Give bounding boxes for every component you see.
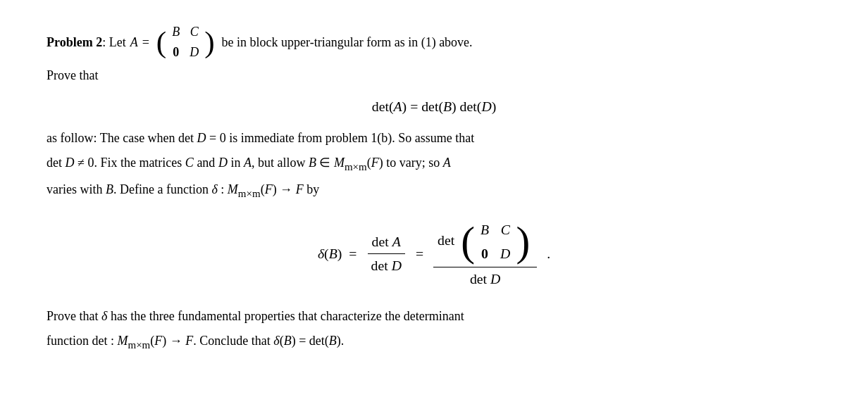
matrix-A-expr: ( B C 0 D ) <box>156 21 215 63</box>
body-text-3: varies with B. Define a function δ : Mm×… <box>46 182 319 196</box>
cell-D: D <box>190 43 199 62</box>
right-paren: ) <box>204 27 214 57</box>
delta-formula: δ(B) = det A det D = det ( B C 0 <box>318 218 550 290</box>
frac-num-detA: det A <box>368 232 405 255</box>
det-formula-text: det(A) = det(B) det(D) <box>372 99 497 114</box>
frac-detA-detD: det A det D <box>367 232 406 277</box>
frac-den-detD: det D <box>367 254 406 277</box>
conclude-paragraph-1: Prove that δ has the three fundamental p… <box>46 307 822 326</box>
block-desc: be in block upper-triangular form as in … <box>222 33 473 52</box>
body-text-2: det D ≠ 0. Fix the matrices C and D in A… <box>46 156 451 170</box>
det-formula-display: det(A) = det(B) det(D) <box>46 96 822 118</box>
problem-header: Problem 2: Let A = ( B C 0 D ) be in blo… <box>46 21 822 63</box>
cell-C: C <box>190 23 199 42</box>
body-text-1a: as follow: The case when det D = 0 is im… <box>46 131 474 145</box>
delta-B-label: δ(B) <box>318 244 342 265</box>
matrix-frac-expr: ( B C 0 D ) <box>461 218 530 265</box>
frac-cell-C: C <box>500 220 510 241</box>
frac-detmatrix-detD: det ( B C 0 D ) det D <box>433 218 537 290</box>
body-paragraph-3: varies with B. Define a function δ : Mm×… <box>46 180 822 201</box>
body-paragraph-1: as follow: The case when det D = 0 is im… <box>46 129 822 148</box>
frac-cell-D: D <box>500 244 510 265</box>
large-left-paren: ( <box>461 224 475 259</box>
conclude-text-2: function det : Mm×m(F) → F. Conclude tha… <box>46 334 344 348</box>
left-paren: ( <box>156 27 166 57</box>
large-right-paren: ) <box>516 224 530 259</box>
matrix-A-grid: B C 0 D <box>169 21 202 63</box>
equals1: = <box>349 244 356 265</box>
A-variable: A <box>130 33 138 52</box>
body-paragraph-2: det D ≠ 0. Fix the matrices C and D in A… <box>46 153 822 175</box>
delta-formula-block: δ(B) = det A det D = det ( B C 0 <box>46 218 822 290</box>
problem-number: Problem 2: Let <box>46 33 126 52</box>
page-content: Problem 2: Let A = ( B C 0 D ) be in blo… <box>46 21 822 358</box>
conclude-text-1: Prove that δ has the three fundamental p… <box>46 309 464 323</box>
prove-that-text: Prove that <box>46 68 99 82</box>
equals-sign: = <box>142 33 149 52</box>
prove-that-line: Prove that <box>46 66 822 85</box>
frac-num-det-matrix: det ( B C 0 D ) <box>433 218 537 267</box>
cell-B: B <box>172 23 180 42</box>
conclude-paragraph-2: function det : Mm×m(F) → F. Conclude tha… <box>46 332 822 353</box>
period: . <box>547 244 550 265</box>
matrix-frac-grid: B C 0 D <box>478 218 513 265</box>
equals2: = <box>416 244 423 265</box>
cell-0: 0 <box>172 43 180 62</box>
frac-den-detD2: det D <box>466 267 504 290</box>
frac-cell-B: B <box>480 220 489 241</box>
frac-cell-0: 0 <box>480 244 489 265</box>
det-label: det <box>438 232 454 248</box>
